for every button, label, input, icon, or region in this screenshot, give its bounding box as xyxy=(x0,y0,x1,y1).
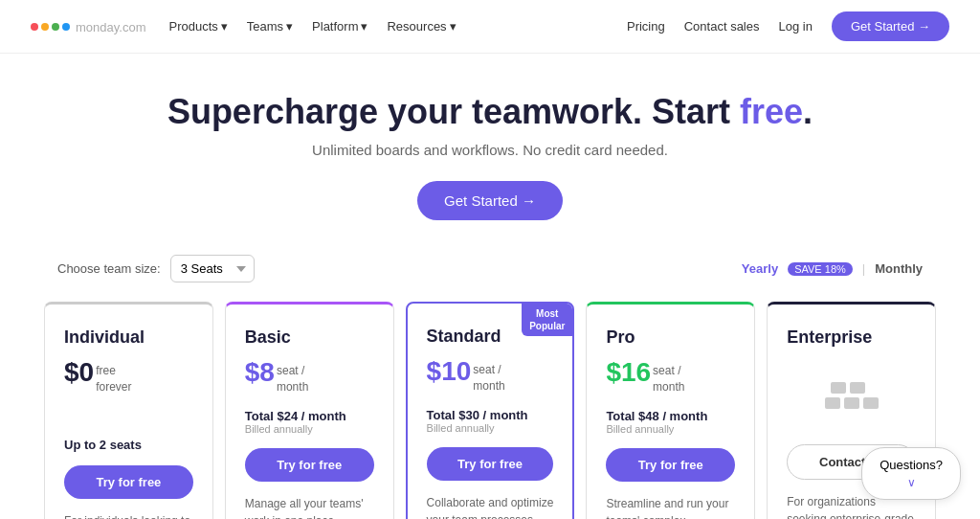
hero-section: Supercharge your teamwork. Start free. U… xyxy=(0,54,980,239)
nav-contact-sales[interactable]: Contact sales xyxy=(684,19,760,34)
billing-yearly[interactable]: Yearly xyxy=(742,261,778,276)
billing-toggle: Yearly SAVE 18% | Monthly xyxy=(742,261,923,276)
navbar: monday.com Products ▾ Teams ▾ Platform ▾… xyxy=(0,0,980,54)
plan-basic-billed: Billed annually xyxy=(245,423,374,435)
plan-basic: Basic $8 seat / month Total $24 / month … xyxy=(225,302,394,519)
plan-standard-billed: Billed annually xyxy=(427,422,554,434)
price-meta: seat / month xyxy=(277,357,308,395)
enterprise-icon xyxy=(787,372,916,429)
save-badge: SAVE 18% xyxy=(788,262,853,276)
plan-pro-desc: Streamline and run your teams' complex w… xyxy=(606,495,735,519)
plan-pro-billed: Billed annually xyxy=(606,423,735,435)
nav-platform[interactable]: Platform ▾ xyxy=(312,19,368,34)
plan-standard: MostPopular Standard $10 seat / month To… xyxy=(406,302,575,519)
nav-login[interactable]: Log in xyxy=(778,19,812,34)
price-value: $0 xyxy=(64,357,94,388)
price-value: $8 xyxy=(245,357,275,388)
plan-standard-cta[interactable]: Try for free xyxy=(427,447,554,481)
questions-button[interactable]: Questions? ∨ xyxy=(861,447,961,500)
plan-basic-name: Basic xyxy=(245,327,374,348)
plan-individual-price: $0 free forever xyxy=(64,357,193,395)
nav-cta-button[interactable]: Get Started → xyxy=(832,11,949,41)
nav-pricing[interactable]: Pricing xyxy=(627,19,665,34)
plan-enterprise-name: Enterprise xyxy=(787,327,916,348)
logo-dots xyxy=(31,23,70,31)
nav-products[interactable]: Products ▾ xyxy=(168,19,227,34)
svg-rect-2 xyxy=(825,397,840,409)
plan-pro-price: $16 seat / month xyxy=(606,357,735,395)
price-value: $16 xyxy=(606,357,651,388)
plan-individual-cta[interactable]: Try for free xyxy=(64,465,193,499)
logo[interactable]: monday.com xyxy=(31,16,145,36)
plan-individual-name: Individual xyxy=(64,327,193,348)
hero-subtext: Unlimited boards and workflows. No credi… xyxy=(19,142,961,158)
plan-basic-total: Total $24 / month xyxy=(245,409,374,423)
svg-rect-4 xyxy=(863,397,879,409)
plan-individual: Individual $0 free forever Up to 2 seats… xyxy=(44,302,213,519)
pricing-controls: Choose team size: 3 Seats 5 Seats 10 Sea… xyxy=(0,239,980,292)
nav-teams[interactable]: Teams ▾ xyxy=(247,19,293,34)
hero-cta-button[interactable]: Get Started → xyxy=(417,181,563,220)
svg-rect-0 xyxy=(831,382,846,394)
price-meta: seat / month xyxy=(653,357,684,395)
price-meta: free forever xyxy=(96,357,131,395)
most-popular-badge: MostPopular xyxy=(522,304,572,336)
logo-wordmark: monday.com xyxy=(76,16,145,36)
team-size-select[interactable]: 3 Seats 5 Seats 10 Seats 25 Seats xyxy=(170,255,255,282)
plan-basic-desc: Manage all your teams' work in one place xyxy=(245,495,374,519)
team-size-selector: Choose team size: 3 Seats 5 Seats 10 Sea… xyxy=(57,255,255,282)
dot-red xyxy=(31,23,38,31)
plan-pro-name: Pro xyxy=(606,327,735,348)
plan-pro-cta[interactable]: Try for free xyxy=(606,448,735,482)
plan-standard-price: $10 seat / month xyxy=(427,356,554,395)
plan-individual-seats: Up to 2 seats xyxy=(64,438,193,452)
hero-headline: Supercharge your teamwork. Start free. xyxy=(19,92,961,132)
chevron-down-icon: ∨ xyxy=(880,476,943,489)
nav-links: Products ▾ Teams ▾ Platform ▾ Resources … xyxy=(168,19,456,34)
team-size-label: Choose team size: xyxy=(57,261,161,276)
svg-rect-3 xyxy=(844,397,859,409)
plan-standard-desc: Collaborate and optimize your team proce… xyxy=(427,494,554,519)
dot-green xyxy=(52,23,59,31)
plan-basic-price: $8 seat / month xyxy=(245,357,374,395)
nav-resources[interactable]: Resources ▾ xyxy=(387,19,456,34)
dot-blue xyxy=(62,23,70,31)
plan-standard-total: Total $30 / month xyxy=(427,408,554,422)
dot-orange xyxy=(41,23,49,31)
plan-pro: Pro $16 seat / month Total $48 / month B… xyxy=(586,302,755,519)
plan-individual-desc: For individuals looking to keep track of… xyxy=(64,512,193,519)
price-value: $10 xyxy=(427,356,472,387)
svg-rect-1 xyxy=(850,382,865,394)
billing-divider: | xyxy=(862,261,865,276)
nav-right: Pricing Contact sales Log in Get Started… xyxy=(627,11,949,41)
price-meta: seat / month xyxy=(473,356,504,395)
plan-basic-cta[interactable]: Try for free xyxy=(245,448,374,482)
pricing-grid: Individual $0 free forever Up to 2 seats… xyxy=(0,292,980,519)
plan-pro-total: Total $48 / month xyxy=(606,409,735,423)
billing-monthly[interactable]: Monthly xyxy=(875,261,923,276)
